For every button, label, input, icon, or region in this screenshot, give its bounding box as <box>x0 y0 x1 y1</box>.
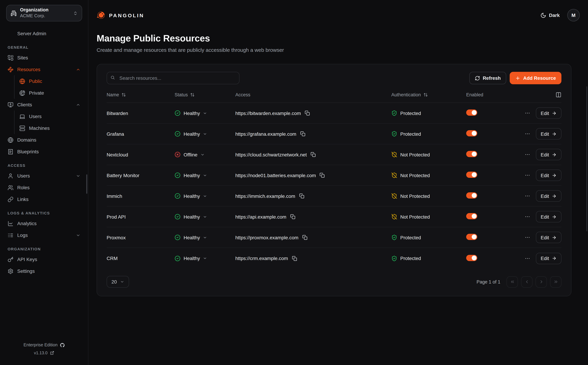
sidebar-item-server-admin[interactable]: Server Admin <box>4 28 84 39</box>
sidebar-item-users[interactable]: Users <box>4 170 84 182</box>
sidebar-item-api-keys[interactable]: API Keys <box>4 253 84 265</box>
status-cell[interactable]: Healthy <box>175 193 235 199</box>
add-resource-button[interactable]: Add Resource <box>510 72 561 84</box>
theme-toggle[interactable]: Dark <box>540 12 560 18</box>
access-cell: https://crm.example.com <box>235 256 391 261</box>
org-switcher[interactable]: Organization ACME Corp. <box>6 5 82 21</box>
enabled-toggle[interactable] <box>466 213 477 219</box>
edit-button[interactable]: Edit <box>536 253 561 264</box>
page-size-select[interactable]: 20 <box>107 276 129 288</box>
page-scrollbar[interactable] <box>586 86 587 231</box>
refresh-button[interactable]: Refresh <box>469 72 506 84</box>
chevron-down-icon[interactable] <box>76 174 80 178</box>
edit-button[interactable]: Edit <box>536 107 561 119</box>
status-cell[interactable]: Healthy <box>175 234 235 240</box>
sidebar-item-clients[interactable]: Clients <box>4 99 84 111</box>
status-cell[interactable]: Healthy <box>175 110 235 116</box>
search-input[interactable] <box>107 72 239 84</box>
main-content: PANGOLIN Dark M Manage Public Resources … <box>88 0 588 365</box>
copy-url-button[interactable] <box>300 131 305 136</box>
row-menu-button[interactable] <box>525 234 530 240</box>
circle-check-icon <box>175 214 180 220</box>
combine-icon <box>7 55 14 61</box>
resource-url: https://cloud.schwartznetwork.net <box>235 152 307 157</box>
enabled-toggle[interactable] <box>466 109 477 116</box>
edit-button[interactable]: Edit <box>536 190 561 202</box>
sidebar-subitems: Public Private <box>14 75 84 99</box>
sidebar: Organization ACME Corp. Server Admin GEN… <box>0 0 88 365</box>
column-header-status[interactable]: Status <box>175 92 235 97</box>
status-cell[interactable]: Healthy <box>175 255 235 261</box>
sidebar-item-private[interactable]: Private <box>14 87 84 99</box>
enabled-toggle[interactable] <box>466 151 477 157</box>
user-avatar[interactable]: M <box>567 9 580 21</box>
copy-url-button[interactable] <box>320 173 325 178</box>
status-cell[interactable]: Healthy <box>175 131 235 137</box>
sidebar-item-blueprints[interactable]: Blueprints <box>4 146 84 157</box>
laptop-icon <box>19 113 25 119</box>
pangolin-logo-icon <box>97 11 106 20</box>
chevron-down-icon[interactable] <box>76 233 80 237</box>
column-header-name[interactable]: Name <box>107 92 175 97</box>
sidebar-item-resources[interactable]: Resources <box>4 63 84 75</box>
edit-button[interactable]: Edit <box>536 149 561 160</box>
copy-url-button[interactable] <box>292 256 297 261</box>
row-menu-button[interactable] <box>525 255 530 261</box>
building-icon <box>11 10 17 16</box>
version-row[interactable]: v1.13.0 <box>0 351 88 355</box>
status-cell[interactable]: Healthy <box>175 172 235 178</box>
arrow-right-icon <box>552 214 557 219</box>
chevron-up-icon[interactable] <box>76 102 80 107</box>
enabled-toggle[interactable] <box>466 192 477 199</box>
arrow-up-down-icon[interactable] <box>122 92 126 97</box>
row-menu-button[interactable] <box>525 214 530 220</box>
arrow-up-down-icon[interactable] <box>190 92 195 97</box>
sidebar-item-analytics[interactable]: Analytics <box>4 218 84 229</box>
copy-url-button[interactable] <box>302 235 308 240</box>
row-menu-button[interactable] <box>525 152 530 157</box>
arrow-up-down-icon[interactable] <box>423 92 428 97</box>
access-cell: https://immich.example.com <box>235 193 391 199</box>
last-page-button[interactable] <box>550 276 561 288</box>
status-cell[interactable]: Healthy <box>175 214 235 220</box>
copy-url-button[interactable] <box>311 152 316 157</box>
sidebar-item-sites[interactable]: Sites <box>4 52 84 63</box>
status-label: Healthy <box>184 256 200 261</box>
enabled-toggle[interactable] <box>466 234 477 240</box>
users-icon <box>7 185 14 190</box>
edit-button[interactable]: Edit <box>536 232 561 243</box>
sidebar-scrollbar[interactable] <box>86 174 87 194</box>
auth-cell: Protected <box>391 255 466 261</box>
first-page-button[interactable] <box>506 276 518 288</box>
enabled-toggle[interactable] <box>466 130 477 136</box>
sidebar-item-settings[interactable]: Settings <box>4 265 84 277</box>
next-page-button[interactable] <box>536 276 547 288</box>
copy-url-button[interactable] <box>305 111 310 116</box>
page-subtitle: Create and manage resources that are pub… <box>97 47 580 53</box>
sidebar-item-links[interactable]: Links <box>4 193 84 205</box>
chevron-up-icon[interactable] <box>76 67 80 72</box>
edit-button[interactable]: Edit <box>536 128 561 140</box>
row-menu-button[interactable] <box>525 131 530 137</box>
enabled-toggle[interactable] <box>466 255 477 261</box>
row-menu-button[interactable] <box>525 193 530 199</box>
copy-url-button[interactable] <box>299 193 304 199</box>
sidebar-item-logs[interactable]: Logs <box>4 229 84 241</box>
shield-check-icon <box>391 110 397 116</box>
row-menu-button[interactable] <box>525 172 530 178</box>
edit-button[interactable]: Edit <box>536 169 561 181</box>
columns-icon[interactable] <box>556 92 561 98</box>
enabled-toggle[interactable] <box>466 172 477 178</box>
sidebar-item-machines[interactable]: Machines <box>14 122 84 134</box>
sidebar-item-roles[interactable]: Roles <box>4 182 84 193</box>
edition-row[interactable]: Enterprise Edition <box>0 343 88 347</box>
column-header-authentication[interactable]: Authentication <box>391 92 466 97</box>
sidebar-item-domains[interactable]: Domains <box>4 134 84 146</box>
prev-page-button[interactable] <box>521 276 533 288</box>
status-cell[interactable]: Offline <box>175 152 235 157</box>
edit-button[interactable]: Edit <box>536 211 561 222</box>
row-menu-button[interactable] <box>525 110 530 116</box>
copy-url-button[interactable] <box>290 214 295 219</box>
sidebar-item-users[interactable]: Users <box>14 111 84 122</box>
sidebar-item-public[interactable]: Public <box>14 75 84 87</box>
